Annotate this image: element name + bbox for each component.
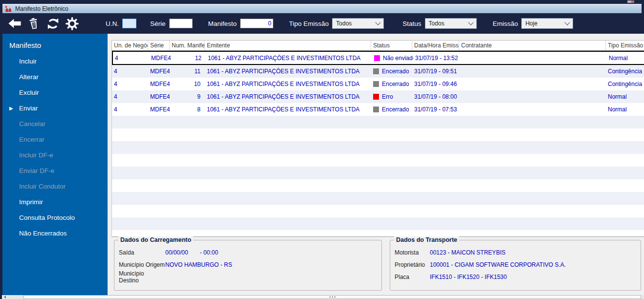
table-row[interactable]: 4MDFE491061 - ABYZ PARTICIPAÇÕES E INVES… (112, 90, 644, 103)
column-header-num[interactable]: Num. Manifesto (170, 41, 205, 50)
column-header-status[interactable]: Status (371, 41, 412, 50)
sidebar-item-excluir[interactable]: Excluir (2, 85, 108, 101)
gear-icon[interactable] (64, 16, 80, 31)
municipio-destino-label: Município Destino (119, 270, 165, 284)
window-controls[interactable] (627, 0, 634, 3)
cell-emitente: 1061 - ABYZ PARTICIPAÇÕES E INVESTIMENTO… (205, 106, 371, 113)
scrollbar-thumb[interactable] (23, 295, 641, 299)
table-row-empty[interactable] (112, 179, 644, 192)
column-header-emitente[interactable]: Emitente (205, 41, 371, 50)
cell-serie: MDFE4 (148, 68, 170, 75)
un-input[interactable] (122, 19, 136, 28)
cell-tipo: Contingência (606, 68, 644, 75)
detail-panels: Dados do Carregamento Saída 00/00/00 - 0… (108, 240, 644, 291)
cell-tipo: Normal (606, 93, 644, 100)
manifesto-label: Manifesto (208, 20, 237, 27)
table-row[interactable]: 4MDFE4111061 - ABYZ PARTICIPAÇÕES E INVE… (112, 65, 644, 78)
sidebar-item-label: Não Encerrados (19, 230, 67, 237)
emissao-label: Emissão (493, 20, 518, 27)
saida-time-value: - 00:00 (200, 249, 218, 256)
table-row-empty[interactable] (112, 217, 644, 230)
placa-value: IFK1510 - IFK1520 - IFK1530 (430, 274, 507, 280)
cell-emitente: 1061 - ABYZ PARTICIPAÇÕES E INVESTIMENTO… (205, 68, 371, 75)
table-row-empty[interactable] (112, 192, 644, 205)
municipio-origem-label: Município Origem (119, 261, 165, 268)
scroll-left-button[interactable] (2, 295, 7, 299)
serie-label: Série (150, 20, 166, 27)
cell-emitente: 1061 - ABYZ PARTICIPAÇÕES E INVESTIMENTO… (206, 55, 372, 62)
sidebar-item-label: Enviar DF-e (19, 167, 54, 174)
proprietario-label: Proprietário (395, 261, 430, 268)
sidebar-item-consulta-protocolo[interactable]: Consulta Protocolo (2, 210, 108, 226)
table-header-row: Un. de NegócioSérieNum. ManifestoEmitent… (111, 40, 644, 51)
table-row[interactable]: 4MDFE4101061 - ABYZ PARTICIPAÇÕES E INVE… (112, 78, 644, 90)
main-area: Manifesto IncluirAlterarExcluir▶EnviarCa… (0, 34, 644, 295)
sidebar-item-label: Excluir (19, 89, 39, 96)
table-row[interactable]: 4MDFE481061 - ABYZ PARTICIPAÇÕES E INVES… (112, 103, 644, 116)
cell-un: 4 (113, 55, 149, 62)
column-header-serie[interactable]: Série (148, 41, 170, 50)
refresh-icon[interactable] (45, 16, 61, 31)
cell-num: 9 (170, 93, 205, 100)
sidebar-item-imprimir[interactable]: Imprimir (2, 194, 108, 210)
grip-dot (334, 297, 335, 298)
column-header-un[interactable]: Un. de Negócio (112, 41, 148, 50)
carregamento-title: Dados do Carregamento (118, 236, 193, 243)
cell-tipo: Normal (607, 55, 644, 62)
cell-tipo: Contingência (606, 81, 644, 87)
cell-datahora: 31/07/19 - 09:51 (412, 68, 459, 75)
status-color-icon (373, 107, 379, 112)
status-label: Status (402, 20, 421, 27)
trash-icon[interactable] (26, 16, 42, 31)
table-row-empty[interactable] (112, 116, 644, 128)
table-row-empty[interactable] (112, 141, 644, 154)
chevron-down-icon (468, 20, 473, 25)
cell-emitente: 1061 - ABYZ PARTICIPAÇÕES E INVESTIMENTO… (205, 81, 371, 87)
scroll-left-arrow-icon (4, 296, 6, 299)
motorista-value: 00123 - MAICON STREYBIS (430, 249, 506, 256)
sidebar-menu: IncluirAlterarExcluir▶EnviarCancelarEnce… (2, 54, 108, 241)
placa-label: Placa (395, 274, 430, 280)
horizontal-scrollbar[interactable] (2, 295, 644, 299)
sidebar-item-cancelar: Cancelar (2, 116, 108, 132)
grip-dot (332, 297, 333, 298)
sidebar-item-nao-encerrados[interactable]: Não Encerrados (2, 226, 108, 241)
column-header-datahora[interactable]: Data/Hora Emissao (412, 41, 459, 50)
status-color-icon (373, 94, 379, 100)
table-row-empty[interactable] (112, 154, 644, 167)
table-row-empty[interactable] (112, 230, 644, 237)
sidebar-item-label: Incluir DF-e (19, 151, 53, 159)
sidebar-item-alterar[interactable]: Alterar (2, 69, 108, 85)
grip-dot (330, 297, 331, 298)
tipo-emissao-select[interactable]: Todos (332, 18, 384, 29)
cell-num: 10 (170, 81, 205, 87)
chevron-down-icon (565, 20, 570, 25)
table-row[interactable]: 4MDFE4121061 - ABYZ PARTICIPAÇÕES E INVE… (112, 51, 644, 65)
cell-un: 4 (112, 68, 148, 75)
emissao-select[interactable]: Hoje (521, 18, 573, 29)
sidebar-item-encerrar: Encerrar (2, 132, 108, 148)
cell-un: 4 (112, 93, 148, 100)
back-arrow-icon[interactable] (7, 16, 22, 31)
manifesto-input[interactable] (240, 19, 273, 28)
table-row-empty[interactable] (112, 205, 644, 217)
sidebar-item-incluir[interactable]: Incluir (2, 54, 108, 69)
transporte-groupbox: Dados do Transporte Motorista 00123 - MA… (390, 240, 641, 291)
cell-datahora: 31/07/19 - 13:52 (413, 55, 460, 62)
serie-input[interactable] (169, 19, 193, 28)
cell-serie: MDFE4 (148, 106, 170, 113)
municipio-origem-value: NOVO HAMBURGO - RS (165, 261, 232, 268)
sidebar: Manifesto IncluirAlterarExcluir▶EnviarCa… (2, 34, 108, 295)
cell-serie: MDFE4 (148, 81, 170, 87)
cell-status: Encerrado (371, 106, 412, 113)
window-title: Manifesto Eletrônico (15, 5, 68, 12)
status-select[interactable]: Todos (425, 18, 477, 29)
sidebar-item-enviar[interactable]: ▶Enviar (2, 101, 108, 116)
column-header-contratante[interactable]: Contratante (459, 41, 606, 50)
table-row-empty[interactable] (112, 167, 644, 179)
transporte-title: Dados do Transporte (394, 236, 459, 243)
column-header-tipo[interactable]: Tipo Emissão (606, 41, 644, 50)
table-row-empty[interactable] (112, 128, 644, 141)
cell-datahora: 31/07/19 - 08:00 (412, 93, 459, 100)
un-label: U.N. (106, 20, 119, 27)
